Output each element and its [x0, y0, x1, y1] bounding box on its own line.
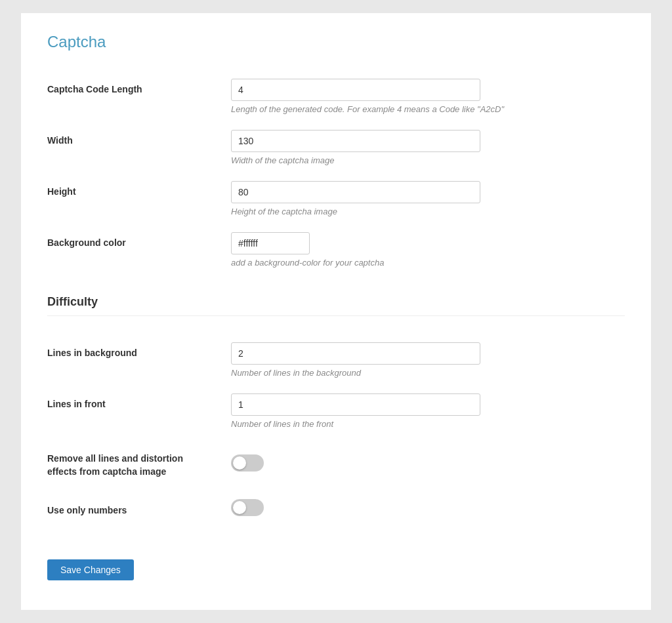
remove-lines-slider	[231, 454, 264, 472]
lines-in-background-hint: Number of lines in the background	[231, 368, 625, 378]
height-label: Height	[47, 181, 231, 197]
remove-lines-row: Remove all lines and distortion effects …	[47, 437, 625, 489]
captcha-code-length-hint: Length of the generated code. For exampl…	[231, 104, 625, 114]
remove-lines-label: Remove all lines and distortion effects …	[47, 447, 231, 478]
width-input[interactable]	[231, 130, 480, 152]
width-label: Width	[47, 130, 231, 146]
save-changes-button[interactable]: Save Changes	[47, 559, 134, 580]
background-color-label: Background color	[47, 232, 231, 248]
lines-in-background-row: Lines in background Number of lines in t…	[47, 329, 625, 386]
lines-in-front-control: Number of lines in the front	[231, 393, 625, 429]
lines-in-background-control: Number of lines in the background	[231, 342, 625, 378]
captcha-code-length-control: Length of the generated code. For exampl…	[231, 79, 625, 114]
use-only-numbers-label: Use only numbers	[47, 500, 231, 515]
width-row: Width Width of the captcha image	[47, 122, 625, 173]
difficulty-section-title: Difficulty	[47, 295, 625, 309]
height-hint: Height of the captcha image	[231, 207, 625, 216]
height-control: Height of the captcha image	[231, 181, 625, 216]
page-container: Captcha Captcha Code Length Length of th…	[21, 13, 651, 610]
remove-lines-toggle[interactable]	[231, 454, 264, 472]
lines-in-front-input[interactable]	[231, 393, 480, 416]
lines-in-front-hint: Number of lines in the front	[231, 419, 625, 429]
height-input[interactable]	[231, 181, 480, 203]
save-button-container: Save Changes	[47, 540, 625, 580]
height-row: Height Height of the captcha image	[47, 173, 625, 224]
use-only-numbers-toggle[interactable]	[231, 499, 264, 516]
captcha-code-length-label: Captcha Code Length	[47, 79, 231, 94]
difficulty-divider	[47, 315, 625, 316]
remove-lines-control	[231, 454, 625, 472]
captcha-code-length-input[interactable]	[231, 79, 480, 101]
page-title: Captcha	[47, 33, 625, 51]
use-only-numbers-control	[231, 499, 625, 516]
lines-in-front-label: Lines in front	[47, 393, 231, 409]
background-color-control: add a background-color for your captcha	[231, 232, 625, 268]
captcha-code-length-row: Captcha Code Length Length of the genera…	[47, 71, 625, 122]
lines-in-front-row: Lines in front Number of lines in the fr…	[47, 386, 625, 437]
lines-in-background-label: Lines in background	[47, 342, 231, 358]
width-hint: Width of the captcha image	[231, 155, 625, 165]
background-color-input[interactable]	[231, 232, 310, 254]
use-only-numbers-row: Use only numbers	[47, 489, 625, 527]
background-color-hint: add a background-color for your captcha	[231, 258, 625, 268]
lines-in-background-input[interactable]	[231, 342, 480, 365]
width-control: Width of the captcha image	[231, 130, 625, 165]
background-color-row: Background color add a background-color …	[47, 224, 625, 275]
use-only-numbers-slider	[231, 499, 264, 516]
